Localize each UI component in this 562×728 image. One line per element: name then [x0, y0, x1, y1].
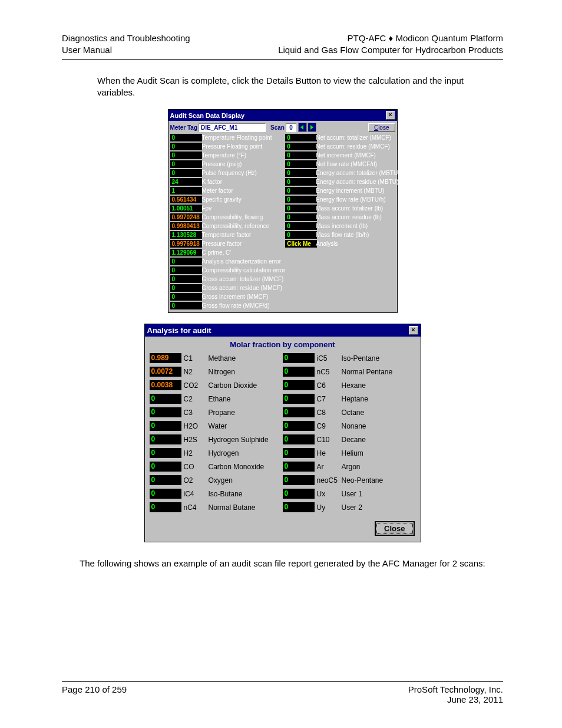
header-right-2: Liquid and Gas Flow Computer for Hydroca… [278, 44, 503, 56]
component-name: Nonane [342, 422, 416, 430]
value-label: Energy accum: residue (MBTU) [316, 177, 399, 186]
component-name: Helium [342, 449, 416, 457]
component-symbol: N2 [184, 368, 209, 376]
component-value: 0 [283, 502, 315, 512]
component-value: 0 [283, 489, 315, 499]
analysis-titlebar[interactable]: Analysis for audit × [145, 324, 421, 337]
value-readout: 1 [170, 187, 202, 195]
close-icon[interactable]: × [409, 326, 418, 335]
component-symbol: nC5 [317, 368, 342, 376]
component-row: 0neoC5Neo-Pentane [283, 473, 416, 487]
value-readout: 0 [170, 258, 202, 265]
audit-title: Audit Scan Data Display [170, 112, 386, 119]
component-row: 0C8Octane [283, 406, 416, 419]
component-symbol: C1 [184, 354, 209, 363]
analysis-close-button[interactable]: Close [375, 521, 414, 536]
meter-tag-input[interactable]: DIE_AFC_M1 [199, 123, 266, 132]
value-readout: 0.9970248 [170, 213, 202, 221]
value-readout: 0 [285, 169, 317, 177]
component-symbol: C8 [317, 409, 342, 417]
value-label: Compressibility, reference [202, 222, 286, 230]
component-name: Neo-Pentane [342, 476, 416, 485]
analysis-subtitle: Molar fraction by component [145, 337, 421, 351]
header-left-2: User Manual [62, 44, 190, 56]
audit-titlebar[interactable]: Audit Scan Data Display × [168, 110, 397, 121]
value-readout: 0 [170, 151, 202, 159]
component-row: 0.0038CO2Carbon Dioxide [150, 378, 283, 392]
svg-marker-0 [300, 125, 303, 130]
scan-input[interactable]: 0 [286, 123, 296, 132]
component-name: Ethane [209, 395, 283, 403]
value-label: Compressibility, flowing [202, 213, 286, 222]
audit-right-labels: Net accum: totalizer (MMCF)Net accum: re… [316, 133, 399, 310]
component-symbol: He [317, 449, 342, 457]
value-readout: 0 [285, 196, 317, 203]
component-symbol: Ux [317, 490, 342, 498]
component-row: 0C6Hexane [283, 378, 416, 392]
component-row: 0C2Ethane [150, 392, 283, 406]
value-label: Temperature (°F) [202, 151, 286, 160]
value-readout: 0 [170, 302, 202, 309]
value-readout: 0 [285, 143, 317, 150]
body-paragraph-1: When the Audit Scan is complete, click t… [97, 75, 503, 99]
component-row: 0H2SHydrogen Sulphide [150, 433, 283, 446]
component-value: 0.989 [150, 353, 181, 363]
audit-body: 000002410.5614341.000510.99702480.998041… [168, 133, 397, 312]
component-value: 0 [283, 475, 315, 485]
component-symbol: O2 [184, 476, 209, 485]
component-symbol: CO2 [184, 381, 209, 390]
value-label: Energy flow rate (MBTU/h) [316, 195, 399, 204]
value-readout: 24 [170, 178, 202, 186]
component-value: 0 [150, 502, 181, 512]
value-readout: 0 [170, 275, 202, 283]
component-value: 0.0038 [150, 380, 181, 390]
audit-left-values: 000002410.5614341.000510.99702480.998041… [170, 133, 202, 310]
component-value: 0 [283, 462, 315, 472]
component-row: 0iC5Iso-Pentane [283, 351, 416, 365]
value-readout: 0 [285, 160, 317, 168]
value-readout: 0 [285, 222, 317, 230]
footer-rule [62, 681, 503, 682]
value-readout: 0 [170, 143, 202, 150]
value-readout: 0 [170, 160, 202, 168]
value-readout: 0.561434 [170, 196, 202, 203]
svg-marker-1 [310, 125, 313, 130]
value-label: Gross increment (MMCF) [202, 292, 286, 301]
component-row: 0C9Nonane [283, 419, 416, 433]
value-label: Pulse frequency (Hz) [202, 169, 286, 177]
meter-tag-label: Meter Tag [170, 124, 198, 131]
analysis-body: 0.989C1Methane0.0072N2Nitrogen0.0038CO2C… [145, 351, 421, 519]
left-arrow-icon [300, 125, 305, 130]
analysis-right-col: 0iC5Iso-Pentane0nC5Normal Pentane0C6Hexa… [283, 351, 416, 514]
component-name: Nitrogen [209, 368, 283, 376]
value-label: Temperature Floating point [202, 133, 286, 142]
component-value: 0 [283, 353, 315, 363]
audit-right-values: 000000000000Click Me [285, 133, 316, 310]
body-paragraph-2: The following shows an example of an aud… [80, 558, 503, 569]
component-name: Water [209, 422, 283, 430]
component-row: 0iC4Iso-Butane [150, 487, 283, 500]
value-readout: 0 [285, 134, 317, 141]
component-row: 0HeHelium [283, 446, 416, 460]
component-name: User 1 [342, 490, 416, 498]
value-readout: 0.9976918 [170, 240, 202, 248]
value-label: Net flow rate (MMCF/d) [316, 160, 399, 169]
close-icon[interactable]: × [386, 111, 395, 120]
scan-prev-button[interactable] [298, 123, 307, 132]
value-label: Mass flow rate (lb/h) [316, 230, 399, 239]
audit-scan-dialog: Audit Scan Data Display × Meter Tag DIE_… [168, 109, 398, 313]
component-name: Heptane [342, 395, 416, 403]
value-label: Analysis characterization error [202, 257, 286, 266]
component-symbol: C7 [317, 395, 342, 403]
value-readout: 0 [170, 134, 202, 141]
component-symbol: iC5 [317, 354, 342, 363]
value-readout: 0 [170, 169, 202, 177]
component-row: 0nC5Normal Pentane [283, 365, 416, 378]
component-symbol: H2S [184, 436, 209, 444]
audit-toolbar: Meter Tag DIE_AFC_M1 Scan 0 CCloselose [168, 121, 397, 133]
component-symbol: Ar [317, 463, 342, 471]
click-me-button[interactable]: Click Me [285, 240, 317, 248]
component-row: 0H2OWater [150, 419, 283, 433]
audit-close-button[interactable]: CCloselose [368, 123, 395, 132]
scan-next-button[interactable] [308, 123, 316, 132]
